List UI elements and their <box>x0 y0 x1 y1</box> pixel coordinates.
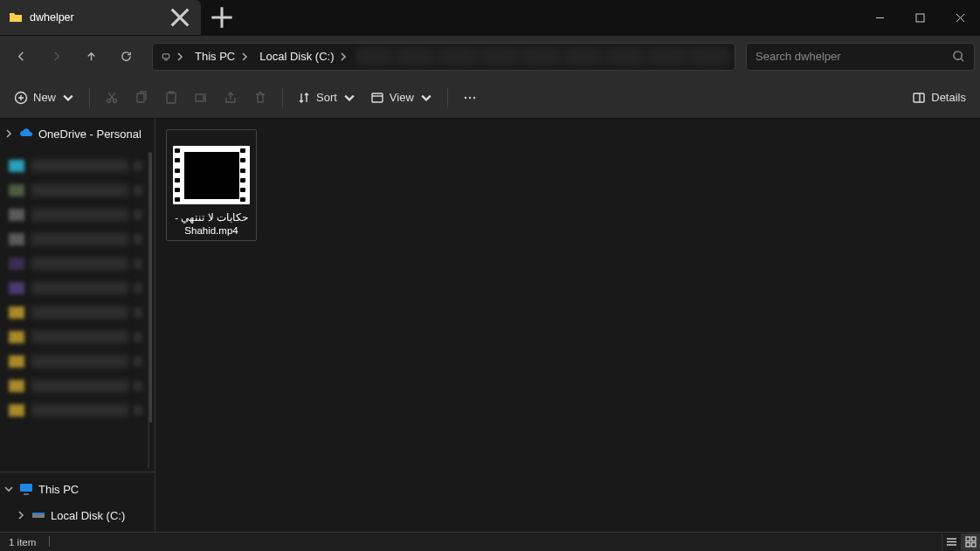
up-button[interactable] <box>75 42 107 72</box>
toolbar: New Sort View Details <box>0 77 980 119</box>
view-button[interactable]: View <box>363 83 440 113</box>
sidebar-redacted <box>3 152 149 468</box>
chevron-right-icon <box>16 510 26 520</box>
sidebar-item-redacted <box>9 302 142 323</box>
cut-icon <box>105 91 119 105</box>
copy-button[interactable] <box>127 83 156 113</box>
sidebar-item-redacted <box>9 229 142 250</box>
share-button[interactable] <box>216 83 245 113</box>
chevron-down-icon <box>3 484 14 494</box>
search-box[interactable] <box>746 43 975 71</box>
sidebar-label: OneDrive - Personal <box>38 127 141 141</box>
search-icon <box>952 50 965 63</box>
sidebar-item-onedrive[interactable]: OneDrive - Personal <box>0 121 155 147</box>
rename-button[interactable] <box>186 83 216 113</box>
cut-button[interactable] <box>97 83 127 113</box>
svg-rect-18 <box>966 537 970 541</box>
delete-button[interactable] <box>245 83 275 113</box>
view-icons-button[interactable] <box>961 534 980 551</box>
sidebar-item-redacted <box>9 375 142 396</box>
arrow-up-icon <box>85 50 98 63</box>
chevron-down-icon <box>342 91 356 105</box>
sort-label: Sort <box>316 91 337 104</box>
new-tab-button[interactable] <box>210 5 234 30</box>
chevron-right-icon <box>339 52 348 61</box>
close-window-button[interactable] <box>940 0 980 35</box>
sidebar-label: This PC <box>38 483 79 496</box>
status-count: 1 item <box>9 537 942 548</box>
breadcrumb[interactable]: This PC Local Disk (C:) <box>152 43 735 71</box>
svg-rect-17 <box>32 513 45 514</box>
sidebar-item-this-pc[interactable]: This PC <box>0 476 155 502</box>
crumb-label: This PC <box>195 50 235 63</box>
close-icon <box>956 13 965 23</box>
sidebar-item-redacted <box>9 327 142 348</box>
view-label: View <box>390 91 414 104</box>
video-thumbnail <box>173 146 250 204</box>
titlebar-drag[interactable] <box>234 0 859 35</box>
svg-rect-9 <box>196 94 204 101</box>
crumb-label: Local Disk (C:) <box>259 50 334 63</box>
svg-rect-0 <box>916 14 924 22</box>
chevron-down-icon <box>61 91 75 105</box>
sidebar-item-redacted <box>9 400 142 421</box>
svg-rect-1 <box>162 53 169 58</box>
file-item[interactable]: حكايات لا تنتهي - Shahid.mp4 <box>166 129 257 241</box>
sidebar-scrollbar[interactable] <box>149 152 152 423</box>
new-button[interactable]: New <box>7 83 82 113</box>
details-button[interactable]: Details <box>905 83 973 113</box>
arrow-right-icon <box>50 50 63 63</box>
more-button[interactable] <box>455 83 485 113</box>
chevron-right-icon <box>3 128 14 139</box>
folder-icon <box>9 10 23 24</box>
sidebar-item-redacted <box>9 278 142 299</box>
tab[interactable]: dwhelper <box>0 0 201 35</box>
file-name: حكايات لا تنتهي - Shahid.mp4 <box>170 211 252 237</box>
sidebar: OneDrive - Personal This PC Local Disk (… <box>0 119 155 532</box>
rename-icon <box>194 91 208 105</box>
svg-point-13 <box>473 96 475 98</box>
svg-point-4 <box>107 99 111 102</box>
crumb-redacted <box>356 48 731 65</box>
statusbar: 1 item <box>0 532 980 551</box>
monitor-icon <box>19 482 33 496</box>
svg-rect-7 <box>167 93 176 103</box>
new-icon <box>14 91 28 105</box>
sidebar-item-redacted <box>9 204 142 225</box>
grid-icon <box>965 536 977 548</box>
details-label: Details <box>931 91 966 104</box>
main: OneDrive - Personal This PC Local Disk (… <box>0 119 980 532</box>
titlebar: dwhelper <box>0 0 980 35</box>
refresh-button[interactable] <box>110 42 141 72</box>
refresh-icon <box>120 50 133 63</box>
crumb-this-pc[interactable]: This PC <box>190 44 254 70</box>
disk-icon <box>31 508 45 522</box>
forward-button[interactable] <box>40 42 72 72</box>
delete-icon <box>253 91 267 105</box>
back-button[interactable] <box>5 42 37 72</box>
minimize-button[interactable] <box>859 0 900 35</box>
sidebar-label: Local Disk (C:) <box>51 509 125 522</box>
sidebar-item-local-disk[interactable]: Local Disk (C:) <box>0 502 155 528</box>
close-icon <box>168 5 192 30</box>
crumb-pc-icon[interactable] <box>156 44 190 70</box>
svg-point-2 <box>954 52 962 59</box>
window-controls <box>859 0 980 35</box>
more-icon <box>463 91 477 105</box>
maximize-icon <box>915 13 925 23</box>
paste-button[interactable] <box>156 83 186 113</box>
list-icon <box>946 536 957 548</box>
svg-rect-15 <box>20 484 32 492</box>
maximize-button[interactable] <box>900 0 940 35</box>
view-details-button[interactable] <box>942 534 961 551</box>
search-input[interactable] <box>756 50 945 63</box>
content-area[interactable]: حكايات لا تنتهي - Shahid.mp4 <box>155 119 980 532</box>
crumb-local-disk[interactable]: Local Disk (C:) <box>254 44 353 70</box>
svg-rect-10 <box>372 93 383 102</box>
sort-button[interactable]: Sort <box>290 83 363 113</box>
separator <box>447 88 448 107</box>
tab-close-button[interactable] <box>168 5 192 30</box>
cloud-icon <box>19 127 33 141</box>
navbar: This PC Local Disk (C:) <box>0 35 980 77</box>
sidebar-item-redacted <box>9 180 142 201</box>
